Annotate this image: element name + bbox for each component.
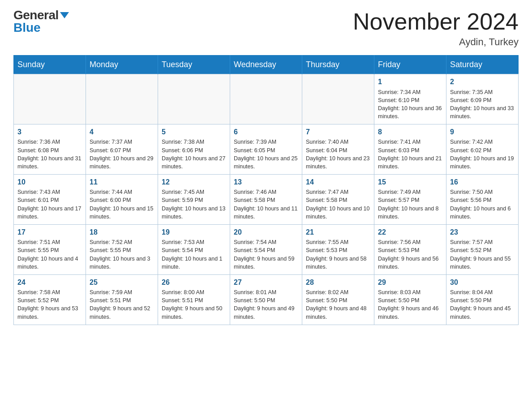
weekday-header-sunday: Sunday [14, 56, 86, 74]
calendar-cell: 29Sunrise: 8:03 AM Sunset: 5:50 PM Dayli… [374, 274, 446, 325]
calendar-cell: 3Sunrise: 7:36 AM Sunset: 6:08 PM Daylig… [14, 124, 86, 175]
day-info: Sunrise: 8:03 AM Sunset: 5:50 PM Dayligh… [378, 288, 442, 321]
calendar-cell: 18Sunrise: 7:52 AM Sunset: 5:55 PM Dayli… [86, 224, 158, 274]
day-info: Sunrise: 7:50 AM Sunset: 5:56 PM Dayligh… [450, 188, 515, 221]
calendar-cell: 25Sunrise: 7:59 AM Sunset: 5:51 PM Dayli… [86, 274, 158, 325]
day-info: Sunrise: 7:42 AM Sunset: 6:02 PM Dayligh… [450, 138, 515, 171]
day-info: Sunrise: 7:51 AM Sunset: 5:55 PM Dayligh… [17, 238, 82, 271]
calendar-cell: 13Sunrise: 7:46 AM Sunset: 5:58 PM Dayli… [230, 174, 302, 224]
day-number: 14 [306, 177, 370, 187]
calendar-cell [302, 74, 374, 124]
calendar-cell: 20Sunrise: 7:54 AM Sunset: 5:54 PM Dayli… [230, 224, 302, 274]
calendar-cell [158, 74, 230, 124]
calendar-cell: 5Sunrise: 7:38 AM Sunset: 6:06 PM Daylig… [158, 124, 230, 175]
calendar-cell: 14Sunrise: 7:47 AM Sunset: 5:58 PM Dayli… [302, 174, 374, 224]
week-row-2: 3Sunrise: 7:36 AM Sunset: 6:08 PM Daylig… [14, 124, 519, 175]
day-number: 24 [17, 278, 82, 287]
day-number: 4 [90, 127, 154, 137]
calendar-cell: 30Sunrise: 8:04 AM Sunset: 5:50 PM Dayli… [446, 274, 519, 325]
day-info: Sunrise: 7:55 AM Sunset: 5:53 PM Dayligh… [306, 238, 370, 271]
week-row-4: 17Sunrise: 7:51 AM Sunset: 5:55 PM Dayli… [14, 224, 519, 274]
calendar-cell: 4Sunrise: 7:37 AM Sunset: 6:07 PM Daylig… [86, 124, 158, 175]
calendar-cell [86, 74, 158, 124]
day-info: Sunrise: 7:34 AM Sunset: 6:10 PM Dayligh… [378, 88, 442, 121]
day-info: Sunrise: 7:36 AM Sunset: 6:08 PM Dayligh… [17, 138, 82, 171]
day-number: 28 [306, 278, 370, 287]
calendar-cell: 10Sunrise: 7:43 AM Sunset: 6:01 PM Dayli… [14, 174, 86, 224]
day-number: 27 [234, 278, 298, 287]
month-title: November 2024 [353, 9, 519, 34]
calendar-cell: 15Sunrise: 7:49 AM Sunset: 5:57 PM Dayli… [374, 174, 446, 224]
day-info: Sunrise: 8:04 AM Sunset: 5:50 PM Dayligh… [450, 288, 515, 321]
calendar-cell: 27Sunrise: 8:01 AM Sunset: 5:50 PM Dayli… [230, 274, 302, 325]
day-info: Sunrise: 7:57 AM Sunset: 5:52 PM Dayligh… [450, 238, 515, 271]
day-number: 13 [234, 177, 298, 187]
day-info: Sunrise: 7:37 AM Sunset: 6:07 PM Dayligh… [90, 138, 154, 171]
day-info: Sunrise: 7:39 AM Sunset: 6:05 PM Dayligh… [234, 138, 298, 171]
day-number: 15 [378, 177, 442, 187]
day-info: Sunrise: 7:47 AM Sunset: 5:58 PM Dayligh… [306, 188, 370, 221]
day-info: Sunrise: 7:56 AM Sunset: 5:53 PM Dayligh… [378, 238, 442, 271]
day-number: 2 [450, 77, 515, 87]
day-info: Sunrise: 8:00 AM Sunset: 5:51 PM Dayligh… [162, 288, 226, 321]
calendar-cell: 28Sunrise: 8:02 AM Sunset: 5:50 PM Dayli… [302, 274, 374, 325]
calendar-cell: 17Sunrise: 7:51 AM Sunset: 5:55 PM Dayli… [14, 224, 86, 274]
day-info: Sunrise: 7:38 AM Sunset: 6:06 PM Dayligh… [162, 138, 226, 171]
logo-triangle-icon [60, 12, 69, 18]
calendar-cell: 16Sunrise: 7:50 AM Sunset: 5:56 PM Dayli… [446, 174, 519, 224]
day-info: Sunrise: 7:44 AM Sunset: 6:00 PM Dayligh… [90, 188, 154, 221]
logo-blue-text: Blue [13, 21, 41, 34]
calendar-cell: 24Sunrise: 7:58 AM Sunset: 5:52 PM Dayli… [14, 274, 86, 325]
calendar-cell: 12Sunrise: 7:45 AM Sunset: 5:59 PM Dayli… [158, 174, 230, 224]
day-info: Sunrise: 7:49 AM Sunset: 5:57 PM Dayligh… [378, 188, 442, 221]
calendar-cell: 19Sunrise: 7:53 AM Sunset: 5:54 PM Dayli… [158, 224, 230, 274]
calendar-cell: 23Sunrise: 7:57 AM Sunset: 5:52 PM Dayli… [446, 224, 519, 274]
calendar-cell: 21Sunrise: 7:55 AM Sunset: 5:53 PM Dayli… [302, 224, 374, 274]
day-info: Sunrise: 7:59 AM Sunset: 5:51 PM Dayligh… [90, 288, 154, 321]
day-info: Sunrise: 7:52 AM Sunset: 5:55 PM Dayligh… [90, 238, 154, 271]
day-number: 19 [162, 227, 226, 237]
day-number: 21 [306, 227, 370, 237]
day-number: 7 [306, 127, 370, 137]
calendar-cell: 8Sunrise: 7:41 AM Sunset: 6:03 PM Daylig… [374, 124, 446, 175]
weekday-header-tuesday: Tuesday [158, 56, 230, 74]
day-number: 30 [450, 278, 515, 287]
calendar-cell: 7Sunrise: 7:40 AM Sunset: 6:04 PM Daylig… [302, 124, 374, 175]
day-number: 6 [234, 127, 298, 137]
calendar-cell: 11Sunrise: 7:44 AM Sunset: 6:00 PM Dayli… [86, 174, 158, 224]
day-info: Sunrise: 7:58 AM Sunset: 5:52 PM Dayligh… [17, 288, 82, 321]
day-info: Sunrise: 7:54 AM Sunset: 5:54 PM Dayligh… [234, 238, 298, 271]
calendar-cell [14, 74, 86, 124]
logo-general-text: General [13, 9, 59, 21]
calendar-cell: 2Sunrise: 7:35 AM Sunset: 6:09 PM Daylig… [446, 74, 519, 124]
day-number: 12 [162, 177, 226, 187]
day-info: Sunrise: 7:43 AM Sunset: 6:01 PM Dayligh… [17, 188, 82, 221]
logo: General Blue [13, 9, 69, 34]
day-number: 5 [162, 127, 226, 137]
day-number: 3 [17, 127, 82, 137]
title-area: November 2024 Aydin, Turkey [353, 9, 519, 48]
day-info: Sunrise: 7:45 AM Sunset: 5:59 PM Dayligh… [162, 188, 226, 221]
day-number: 18 [90, 227, 154, 237]
day-number: 8 [378, 127, 442, 137]
day-number: 10 [17, 177, 82, 187]
page-header: General Blue November 2024 Aydin, Turkey [13, 9, 519, 48]
calendar-cell: 1Sunrise: 7:34 AM Sunset: 6:10 PM Daylig… [374, 74, 446, 124]
weekday-header-saturday: Saturday [446, 56, 519, 74]
calendar-cell: 6Sunrise: 7:39 AM Sunset: 6:05 PM Daylig… [230, 124, 302, 175]
day-info: Sunrise: 8:01 AM Sunset: 5:50 PM Dayligh… [234, 288, 298, 321]
day-info: Sunrise: 7:46 AM Sunset: 5:58 PM Dayligh… [234, 188, 298, 221]
day-info: Sunrise: 7:35 AM Sunset: 6:09 PM Dayligh… [450, 88, 515, 121]
calendar-cell [230, 74, 302, 124]
weekday-header-monday: Monday [86, 56, 158, 74]
day-number: 16 [450, 177, 515, 187]
day-number: 9 [450, 127, 515, 137]
calendar-cell: 22Sunrise: 7:56 AM Sunset: 5:53 PM Dayli… [374, 224, 446, 274]
weekday-header-row: SundayMondayTuesdayWednesdayThursdayFrid… [14, 56, 519, 74]
weekday-header-thursday: Thursday [302, 56, 374, 74]
calendar-cell: 9Sunrise: 7:42 AM Sunset: 6:02 PM Daylig… [446, 124, 519, 175]
week-row-3: 10Sunrise: 7:43 AM Sunset: 6:01 PM Dayli… [14, 174, 519, 224]
day-number: 11 [90, 177, 154, 187]
day-info: Sunrise: 8:02 AM Sunset: 5:50 PM Dayligh… [306, 288, 370, 321]
day-number: 20 [234, 227, 298, 237]
